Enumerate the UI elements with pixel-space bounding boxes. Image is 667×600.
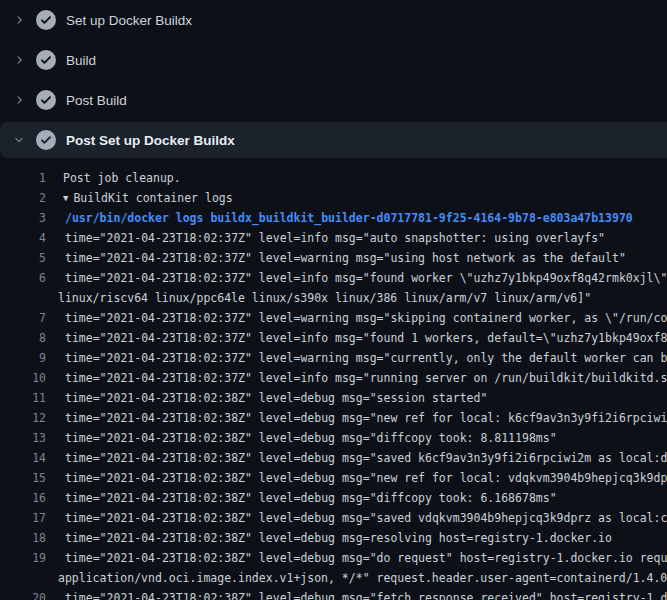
line-number[interactable]: 4 — [0, 228, 46, 248]
log-line-text: time="2021-04-23T18:02:38Z" level=debug … — [58, 468, 667, 488]
step-label: Build — [66, 53, 96, 68]
log-group-label[interactable]: BuildKit container logs — [73, 191, 232, 205]
line-number[interactable]: 5 — [0, 248, 46, 268]
line-number[interactable]: 15 — [0, 468, 46, 488]
line-number[interactable]: 14 — [0, 448, 46, 468]
log-line-text: time="2021-04-23T18:02:38Z" level=debug … — [58, 588, 667, 600]
log-line-text: /usr/bin/docker logs buildx_buildkit_bui… — [58, 208, 633, 228]
line-number[interactable]: 16 — [0, 488, 46, 508]
log-line-text: Post job cleanup. — [58, 168, 181, 188]
log-line-text: time="2021-04-23T18:02:38Z" level=debug … — [58, 528, 612, 548]
step-row-post-build[interactable]: Post Build — [0, 80, 667, 120]
line-number[interactable]: 7 — [0, 308, 46, 328]
check-circle-icon — [36, 50, 56, 70]
log-line-text: time="2021-04-23T18:02:37Z" level=warnin… — [58, 248, 626, 268]
check-circle-icon — [36, 90, 56, 110]
log-line-text: time="2021-04-23T18:02:38Z" level=debug … — [58, 388, 487, 408]
chevron-icon — [12, 13, 26, 27]
check-circle-icon — [36, 10, 56, 30]
log-area: 1 Post job cleanup. 2 ▼BuildKit containe… — [0, 168, 667, 600]
line-number[interactable]: 6 — [0, 268, 46, 288]
step-row-build[interactable]: Build — [0, 40, 667, 80]
log-line-text: time="2021-04-23T18:02:38Z" level=debug … — [58, 548, 667, 568]
line-number[interactable]: 11 — [0, 388, 46, 408]
log-line-text: time="2021-04-23T18:02:37Z" level=info m… — [58, 328, 667, 348]
steps-list: Set up Docker Buildx Build Post Build Po… — [0, 0, 667, 158]
line-number[interactable]: 20 — [0, 588, 46, 600]
line-number[interactable]: 8 — [0, 328, 46, 348]
step-label: Post Set up Docker Buildx — [66, 133, 235, 148]
line-number[interactable]: 1 — [0, 168, 46, 188]
log-line-text: time="2021-04-23T18:02:38Z" level=debug … — [58, 488, 557, 508]
log-line-text: time="2021-04-23T18:02:37Z" level=info m… — [58, 268, 667, 288]
check-circle-icon — [36, 130, 56, 150]
log-line-text: time="2021-04-23T18:02:38Z" level=debug … — [58, 508, 667, 528]
log-line-text: ▼BuildKit container logs — [58, 188, 233, 208]
line-number[interactable]: 19 — [0, 548, 46, 568]
log-group-toggle-icon[interactable]: ▼ — [63, 188, 68, 208]
log-line-text: time="2021-04-23T18:02:38Z" level=debug … — [58, 408, 667, 428]
line-number[interactable]: 12 — [0, 408, 46, 428]
log-line-text: time="2021-04-23T18:02:37Z" level=info m… — [58, 228, 605, 248]
line-number[interactable]: 13 — [0, 428, 46, 448]
line-number[interactable]: 3 — [0, 208, 46, 228]
log-line-text: time="2021-04-23T18:02:38Z" level=debug … — [58, 448, 667, 468]
chevron-icon — [12, 93, 26, 107]
line-number[interactable] — [0, 288, 46, 308]
log-line-text: time="2021-04-23T18:02:37Z" level=warnin… — [58, 308, 667, 328]
log-line-text: linux/riscv64 linux/ppc64le linux/s390x … — [58, 288, 591, 308]
log-line-text: time="2021-04-23T18:02:37Z" level=info m… — [58, 368, 667, 388]
chevron-icon — [12, 53, 26, 67]
step-row-set-up-docker-buildx[interactable]: Set up Docker Buildx — [0, 0, 667, 40]
chevron-icon — [12, 133, 26, 147]
line-number[interactable]: 9 — [0, 348, 46, 368]
line-number[interactable]: 10 — [0, 368, 46, 388]
log-line-text: time="2021-04-23T18:02:37Z" level=warnin… — [58, 348, 667, 368]
line-number[interactable]: 17 — [0, 508, 46, 528]
step-label: Post Build — [66, 93, 127, 108]
step-label: Set up Docker Buildx — [66, 13, 192, 28]
step-row-post-set-up-docker-buildx[interactable]: Post Set up Docker Buildx — [0, 122, 667, 158]
log-line-text: time="2021-04-23T18:02:38Z" level=debug … — [58, 428, 557, 448]
line-number[interactable]: 18 — [0, 528, 46, 548]
log-line-text: application/vnd.oci.image.index.v1+json,… — [58, 568, 667, 588]
line-number[interactable]: 2 — [0, 188, 46, 208]
line-number[interactable] — [0, 568, 46, 588]
